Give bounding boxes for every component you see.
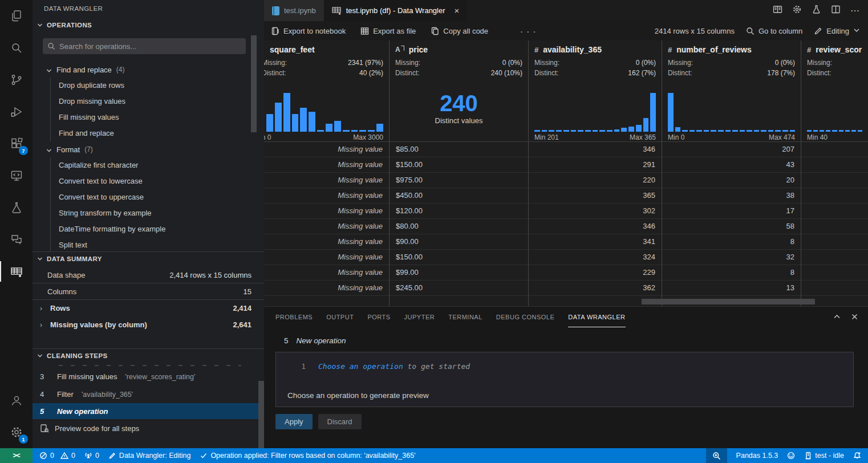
operation-item[interactable]: String transform by example: [51, 205, 264, 221]
panel-tab-debug-console[interactable]: DEBUG CONSOLE: [496, 307, 554, 327]
search-input[interactable]: [59, 42, 241, 51]
search-icon[interactable]: [0, 32, 33, 64]
grid-cell[interactable]: [801, 173, 868, 188]
grid-cell[interactable]: 365: [529, 188, 662, 204]
wrangler-mode-status[interactable]: Data Wrangler: Editing: [108, 452, 191, 460]
grid-cell[interactable]: Missing value: [264, 281, 389, 296]
panel-tab-terminal[interactable]: TERMINAL: [448, 307, 482, 327]
grid-cell[interactable]: [801, 219, 868, 234]
operation-item[interactable]: Drop duplicate rows: [51, 78, 264, 94]
grid-cell[interactable]: 324: [529, 250, 662, 265]
panel-tab-jupyter[interactable]: JUPYTER: [404, 307, 435, 327]
cleaning-step-5[interactable]: 5New operation: [33, 403, 264, 419]
export-as-file-button[interactable]: Export as file: [360, 27, 416, 35]
operation-item[interactable]: Drop missing values: [51, 94, 264, 109]
operation-item[interactable]: Split text: [51, 237, 264, 251]
copy-all-code-button[interactable]: Copy all code: [431, 27, 488, 35]
summary-row[interactable]: ›Rows2,414: [33, 300, 264, 316]
grid-cell[interactable]: 8: [662, 234, 801, 250]
editing-mode-button[interactable]: Editing: [814, 27, 860, 35]
account-icon[interactable]: [0, 384, 33, 416]
grid-cell[interactable]: $80.00: [390, 219, 528, 234]
grid-cell[interactable]: Missing value: [264, 204, 389, 219]
column-header-price[interactable]: ApriceMissing:0 (0%)Distinct:240 (10%)24…: [390, 40, 528, 142]
more-actions-icon[interactable]: ⋯: [850, 5, 860, 16]
grid-cell[interactable]: Missing value: [264, 188, 389, 204]
steps-scrollbar[interactable]: [258, 381, 264, 448]
operation-item[interactable]: Convert text to uppercase: [51, 189, 264, 205]
explorer-icon[interactable]: [0, 0, 33, 32]
cleaning-step-3[interactable]: 3Fill missing values'review_scores_ratin…: [33, 368, 264, 385]
panel-tab-ports[interactable]: PORTS: [367, 307, 390, 327]
cleaning-steps-header[interactable]: CLEANING STEPS: [33, 349, 264, 363]
panel-tab-data-wrangler[interactable]: DATA WRANGLER: [568, 307, 625, 327]
grid-cell[interactable]: $450.00: [390, 188, 528, 204]
grid-cell[interactable]: 207: [662, 142, 801, 157]
kernel-status[interactable]: test - idle: [804, 452, 844, 460]
remote-indicator[interactable]: ><: [0, 448, 33, 463]
operation-item[interactable]: Find and replace: [51, 125, 264, 141]
grid-cell[interactable]: $150.00: [390, 157, 528, 173]
column-header-square_feet[interactable]: square_feetMissing:2341 (97%)Distinct:40…: [264, 40, 389, 142]
operations-search[interactable]: [43, 38, 246, 54]
grid-cell[interactable]: Missing value: [264, 265, 389, 281]
grid-cell[interactable]: 38: [662, 188, 801, 204]
grid-cell[interactable]: 20: [662, 173, 801, 188]
run-debug-icon[interactable]: [0, 96, 33, 128]
grid-cell[interactable]: $90.00: [390, 234, 528, 250]
extensions-icon[interactable]: 7: [0, 128, 33, 160]
grid-cell[interactable]: $245.00: [390, 281, 528, 296]
grid-cell[interactable]: 341: [529, 234, 662, 250]
grid-cell[interactable]: 13: [662, 281, 801, 296]
operation-item[interactable]: Convert text to lowercase: [51, 173, 264, 189]
discard-button[interactable]: Discard: [318, 414, 362, 429]
operation-group-find-and-replace[interactable]: Find and replace(4): [33, 62, 264, 78]
chat-icon[interactable]: [0, 224, 33, 255]
summary-row[interactable]: ›Missing values (by column)2,641: [33, 316, 264, 333]
column-header-review_scores[interactable]: #review_scorMissing:Distinct:Min 40: [801, 40, 868, 142]
panel-tab-problems[interactable]: PROBLEMS: [275, 307, 313, 327]
grid-cell[interactable]: $85.00: [390, 142, 528, 157]
panel-tab-output[interactable]: OUTPUT: [326, 307, 354, 327]
grid-cell[interactable]: [801, 142, 868, 157]
grid-cell[interactable]: 32: [662, 250, 801, 265]
tab-data-wrangler[interactable]: test.ipynb (df) - Data Wrangler ×: [324, 0, 468, 21]
column-header-availability_365[interactable]: #availability_365Missing:0 (0%)Distinct:…: [529, 40, 662, 142]
grid-cell[interactable]: 346: [529, 142, 662, 157]
column-header-number_of_reviews[interactable]: #number_of_reviewsMissing:0 (0%)Distinct…: [662, 40, 801, 142]
pandas-version-status[interactable]: Pandas 1.5.3: [736, 452, 778, 460]
preview-code-all-steps[interactable]: Preview code for all steps: [33, 419, 264, 437]
grid-cell[interactable]: [801, 265, 868, 281]
grid-cell[interactable]: 362: [529, 281, 662, 296]
go-to-column-button[interactable]: Go to column: [746, 27, 802, 35]
close-icon[interactable]: ×: [455, 6, 460, 15]
remote-explorer-icon[interactable]: [0, 160, 33, 192]
grid-cell[interactable]: [801, 204, 868, 219]
grid-cell[interactable]: 291: [529, 157, 662, 173]
grid-cell[interactable]: 302: [529, 204, 662, 219]
grid-cell[interactable]: 58: [662, 219, 801, 234]
grid-cell[interactable]: 8: [662, 265, 801, 281]
gear-icon[interactable]: [792, 5, 802, 17]
horizontal-scrollbar[interactable]: [642, 299, 815, 304]
grid-cell[interactable]: 346: [529, 219, 662, 234]
cleaning-step-4[interactable]: 4Filter'availability_365': [33, 385, 264, 403]
grid-cell[interactable]: Missing value: [264, 250, 389, 265]
data-summary-header[interactable]: DATA SUMMARY: [33, 252, 264, 266]
operation-group-format[interactable]: Format(7): [33, 141, 264, 157]
feedback-smiley-icon[interactable]: [787, 452, 795, 460]
operations-section-header[interactable]: OPERATIONS: [33, 18, 264, 32]
close-icon[interactable]: [850, 312, 859, 322]
grid-cell[interactable]: $975.00: [390, 173, 528, 188]
grid-cell[interactable]: 220: [529, 173, 662, 188]
split-editor-icon[interactable]: [831, 5, 841, 17]
grid-cell[interactable]: 43: [662, 157, 801, 173]
notifications-bell-icon[interactable]: [853, 452, 861, 460]
problems-status[interactable]: 0 0: [39, 452, 75, 460]
code-keyword[interactable]: Choose an operation: [318, 362, 403, 371]
tab-test-ipynb[interactable]: test.ipynb: [264, 0, 324, 21]
apply-button[interactable]: Apply: [275, 414, 313, 429]
grid-cell[interactable]: [801, 234, 868, 250]
source-control-icon[interactable]: [0, 64, 33, 96]
grid-cell[interactable]: Missing value: [264, 219, 389, 234]
